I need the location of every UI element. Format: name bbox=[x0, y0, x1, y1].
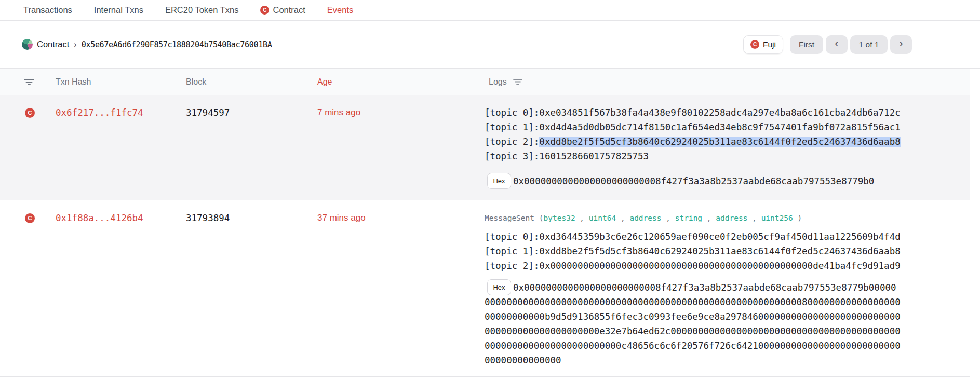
column-header-logs-label: Logs bbox=[489, 77, 507, 87]
log-data-block: Hex 0x0000000000000000000000008f427f3a3a… bbox=[485, 280, 901, 368]
contract-address: 0x5e67eA6d6f290F857c1888204b7540Bac76001… bbox=[82, 40, 272, 49]
hex-toggle-button[interactable]: Hex bbox=[487, 173, 511, 189]
pagination-controls: C Fuji First ‹ 1 of 1 › bbox=[743, 35, 912, 54]
contract-badge-icon: C bbox=[260, 6, 269, 15]
chevron-right-icon[interactable]: › bbox=[890, 35, 912, 54]
log-topics: [topic 0]:0xd36445359b3c6e26c120659aef09… bbox=[485, 229, 901, 273]
topic-value: 0xdd8be2f5f5d5cf3b8640c62924025b311ae83c… bbox=[539, 246, 900, 256]
breadcrumb-root: Contract bbox=[37, 39, 69, 49]
tab-contract[interactable]: C Contract bbox=[260, 5, 305, 15]
network-badge-icon: C bbox=[750, 40, 759, 49]
logs-filter-icon[interactable] bbox=[513, 78, 522, 85]
punctuation: , bbox=[752, 214, 757, 222]
events-table: Txn Hash Block Age Logs C 0x6f217...f1fc… bbox=[0, 69, 970, 380]
pagination-first-button[interactable]: First bbox=[790, 35, 823, 54]
tab-bar: Transactions Internal Txns ERC20 Token T… bbox=[0, 0, 980, 21]
topic-label: [topic 1]: bbox=[485, 122, 539, 132]
param-type[interactable]: address bbox=[716, 214, 747, 222]
pagination-page-indicator: 1 of 1 bbox=[850, 35, 888, 54]
param-type[interactable]: bytes32 bbox=[544, 214, 575, 222]
topic-value: 0xd4d4a5d0db05dc714f8150c1af654ed34eb8c9… bbox=[539, 122, 900, 132]
param-type[interactable]: uint64 bbox=[589, 214, 616, 222]
topic-value: 0xd36445359b3c6e26c120659aef090ce0f2eb00… bbox=[539, 232, 900, 242]
tab-erc20-token-txns[interactable]: ERC20 Token Txns bbox=[165, 5, 239, 15]
network-chip-label: Fuji bbox=[763, 40, 776, 49]
topic-value: 0x00000000000000000000000000000000000000… bbox=[539, 261, 900, 271]
contract-badge-icon: C bbox=[25, 108, 35, 118]
filter-icon[interactable] bbox=[24, 78, 34, 86]
param-type[interactable]: uint256 bbox=[761, 214, 793, 222]
block-number: 31794597 bbox=[186, 105, 230, 120]
column-header-block: Block bbox=[186, 77, 206, 87]
tab-transactions[interactable]: Transactions bbox=[23, 5, 72, 15]
punctuation: ) bbox=[797, 214, 802, 222]
chevron-left-icon[interactable]: ‹ bbox=[826, 35, 848, 54]
topic-value: 16015286601757825753 bbox=[539, 151, 649, 161]
log-data-hex: 0x0000000000000000000000008f427f3a3a8b25… bbox=[485, 174, 901, 188]
punctuation: , bbox=[707, 214, 711, 222]
log-topic: [topic 1]:0xdd8be2f5f5d5cf3b8640c6292402… bbox=[485, 244, 901, 259]
punctuation: , bbox=[666, 214, 670, 222]
column-header-txn-hash: Txn Hash bbox=[56, 77, 91, 87]
tab-internal-txns[interactable]: Internal Txns bbox=[94, 5, 143, 15]
punctuation: , bbox=[621, 214, 625, 222]
log-topic: [topic 2]:0xdd8be2f5f5d5cf3b8640c6292402… bbox=[485, 134, 901, 149]
topic-label: [topic 2]: bbox=[485, 137, 539, 147]
punctuation: , bbox=[580, 214, 584, 222]
log-topic: [topic 0]:0xd36445359b3c6e26c120659aef09… bbox=[485, 229, 901, 244]
log-data-hex: 0x0000000000000000000000008f427f3a3a8b25… bbox=[485, 280, 901, 368]
topic-label: [topic 1]: bbox=[485, 246, 539, 256]
log-topic: [topic 2]:0x0000000000000000000000000000… bbox=[485, 259, 901, 273]
event-row: C 0x6f217...f1fc74 31794597 7 mins ago [… bbox=[0, 95, 970, 200]
topic-label: [topic 0]: bbox=[485, 232, 539, 242]
txn-hash-link[interactable]: 0x1f88a...4126b4 bbox=[56, 211, 143, 225]
table-header-row: Txn Hash Block Age Logs bbox=[0, 69, 970, 95]
event-row: C 0x1f88a...4126b4 31793894 37 mins ago … bbox=[0, 200, 970, 380]
event-signature: MessageSent (bytes32 , uint64 , address … bbox=[485, 211, 901, 225]
log-data-block: Hex 0x0000000000000000000000008f427f3a3a… bbox=[485, 174, 901, 188]
contract-header-bar: Contract › 0x5e67eA6d6f290F857c1888204b7… bbox=[0, 21, 980, 69]
age-value: 37 mins ago bbox=[317, 211, 366, 225]
topic-label: [topic 0]: bbox=[485, 107, 539, 118]
tab-contract-label: Contract bbox=[273, 5, 305, 15]
block-number: 31793894 bbox=[186, 211, 230, 225]
param-type[interactable]: address bbox=[629, 214, 661, 222]
network-chip[interactable]: C Fuji bbox=[743, 35, 783, 54]
event-name: MessageSent bbox=[485, 214, 534, 222]
log-topic: [topic 0]:0xe034851f567b38fa4a438e9f8010… bbox=[485, 105, 901, 120]
topic-value: 0xe034851f567b38fa4a438e9f80102258adc4a2… bbox=[539, 107, 900, 118]
log-entry: [topic 0]:0xe034851f567b38fa4a438e9f8010… bbox=[485, 105, 901, 188]
column-header-logs: Logs bbox=[489, 77, 522, 87]
contract-identicon bbox=[22, 39, 33, 50]
log-entry: MessageSent (bytes32 , uint64 , address … bbox=[485, 211, 901, 368]
contract-badge-icon: C bbox=[25, 213, 35, 223]
breadcrumb-separator-icon: › bbox=[73, 40, 77, 49]
tab-events[interactable]: Events bbox=[327, 5, 353, 15]
breadcrumb: Contract › 0x5e67eA6d6f290F857c1888204b7… bbox=[22, 39, 272, 50]
param-type[interactable]: string bbox=[675, 214, 702, 222]
row-divider bbox=[0, 376, 970, 377]
age-value: 7 mins ago bbox=[317, 105, 360, 120]
topic-value-highlighted: 0xdd8be2f5f5d5cf3b8640c62924025b311ae83c… bbox=[539, 137, 900, 147]
hex-toggle-button[interactable]: Hex bbox=[487, 279, 511, 295]
topic-label: [topic 2]: bbox=[485, 261, 539, 271]
log-topic: [topic 3]:16015286601757825753 bbox=[485, 149, 901, 164]
topic-label: [topic 3]: bbox=[485, 151, 539, 161]
column-header-age[interactable]: Age bbox=[317, 77, 332, 87]
punctuation: ( bbox=[539, 214, 544, 222]
log-topic: [topic 1]:0xd4d4a5d0db05dc714f8150c1af65… bbox=[485, 120, 901, 134]
txn-hash-link[interactable]: 0x6f217...f1fc74 bbox=[56, 105, 143, 120]
log-topics: [topic 0]:0xe034851f567b38fa4a438e9f8010… bbox=[485, 105, 901, 164]
